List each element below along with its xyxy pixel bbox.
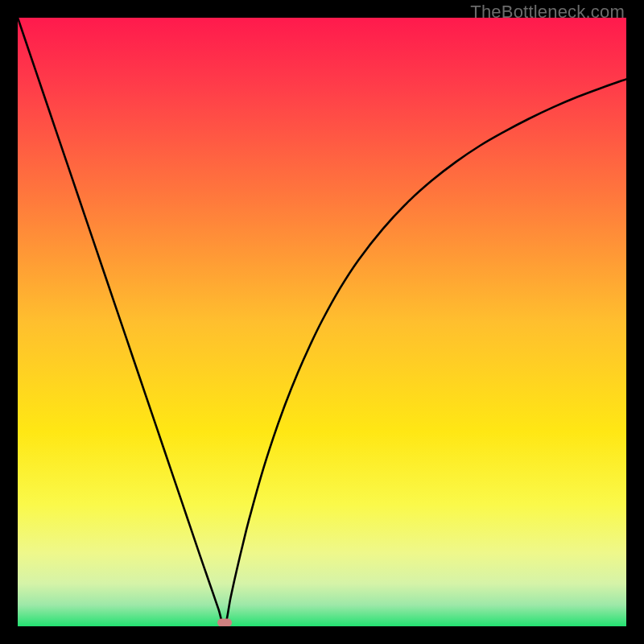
minimum-marker [217,618,232,626]
watermark-text: TheBottleneck.com [470,2,625,23]
bottleneck-chart [18,18,626,626]
chart-frame [18,18,626,626]
